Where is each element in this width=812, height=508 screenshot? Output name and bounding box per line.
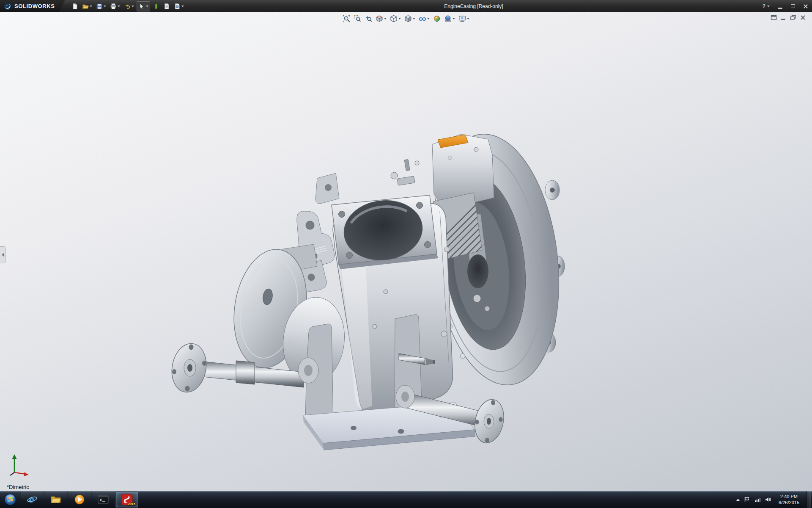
print-icon (110, 3, 117, 10)
rebuild-button[interactable] (151, 1, 161, 11)
help-button[interactable]: ? (758, 3, 774, 9)
feature-panel-tab[interactable] (0, 246, 5, 263)
edit-appearance-icon (433, 15, 441, 22)
windows-start-icon (3, 493, 17, 506)
solidworks-version-badge: 2015 (128, 502, 135, 506)
brand-name: SOLIDWORKS (14, 3, 55, 9)
hide-show-items-button[interactable] (417, 14, 431, 23)
zoom-to-fit-button[interactable] (341, 14, 351, 23)
taskbar-internet-explorer[interactable]: e (21, 491, 44, 508)
undo-icon (124, 3, 131, 10)
network-button[interactable] (754, 496, 761, 503)
taskbar-solidworks-2015[interactable]: 2015 (115, 491, 138, 508)
taskbar-media-player[interactable] (68, 491, 91, 508)
window-controls: ? (758, 0, 812, 12)
start-button[interactable] (0, 491, 20, 508)
taskbar-file-explorer[interactable] (44, 491, 67, 508)
dropdown-caret (181, 6, 184, 7)
left-bearing-boss[interactable] (298, 358, 318, 383)
action-center-button[interactable] (743, 496, 750, 503)
dropdown-caret (384, 18, 387, 19)
dropdown-caret (413, 18, 415, 19)
save-button[interactable] (95, 1, 107, 11)
svg-text:e: e (28, 494, 34, 505)
intake-flange[interactable] (332, 195, 438, 269)
print-button[interactable] (109, 1, 121, 11)
heads-up-view-toolbar (341, 14, 471, 23)
zoom-to-area-button[interactable] (352, 14, 362, 23)
select-cursor-icon (138, 3, 145, 10)
taskbar-command-prompt[interactable] (92, 491, 115, 508)
chevron-up-icon (736, 499, 740, 501)
view-settings-icon (458, 15, 466, 22)
open-folder-icon (82, 3, 89, 10)
maximize-icon (791, 4, 795, 8)
main-toolbar (70, 1, 185, 11)
select-tool-button[interactable] (137, 1, 150, 11)
carb-linkage[interactable] (391, 159, 419, 185)
edit-appearance-button[interactable] (432, 14, 442, 23)
chevron-left-icon (2, 253, 4, 257)
graphics-area[interactable]: *Dimetric (0, 12, 812, 491)
folder-icon (50, 495, 61, 504)
view-settings-button[interactable] (457, 14, 471, 23)
close-icon (803, 4, 808, 9)
minimize-button[interactable] (774, 0, 787, 12)
section-view-button[interactable] (374, 14, 388, 23)
taskbar: e (0, 491, 812, 508)
media-player-icon (74, 494, 85, 505)
file-properties-icon (163, 3, 170, 10)
minimize-document-button[interactable] (780, 15, 787, 20)
dropdown-caret (90, 6, 92, 7)
flag-icon (743, 496, 750, 503)
dropdown-caret (146, 6, 148, 7)
volume-button[interactable] (765, 496, 771, 503)
file-properties-button[interactable] (162, 1, 171, 11)
view-orientation-icon (390, 15, 398, 22)
engine-casing-model[interactable] (0, 12, 812, 491)
solidworks-logo: SOLIDWORKS (0, 0, 65, 12)
dropdown-caret (767, 6, 770, 7)
command-prompt-icon (98, 494, 109, 505)
apply-scene-button[interactable] (443, 14, 456, 23)
right-bearing-boss[interactable] (396, 385, 414, 408)
new-window-button[interactable] (771, 15, 777, 20)
rebuild-icon (153, 3, 159, 10)
show-desktop-button[interactable] (807, 491, 811, 508)
upper-lug[interactable] (315, 173, 339, 204)
save-icon (96, 3, 103, 10)
document-window-controls (771, 15, 806, 20)
new-window-icon (771, 15, 777, 20)
close-document-button[interactable] (800, 15, 806, 20)
orientation-triad (8, 453, 30, 478)
taskbar-clock[interactable]: 2:40 PM 6/26/2015 (775, 494, 803, 505)
restore-document-button[interactable] (790, 15, 796, 20)
section-view-icon (376, 15, 383, 22)
display-style-icon (404, 15, 412, 22)
close-document-icon (800, 15, 806, 20)
previous-view-button[interactable] (363, 14, 373, 23)
network-icon (754, 496, 761, 503)
clock-time: 2:40 PM (780, 494, 798, 500)
view-orientation-button[interactable] (389, 14, 402, 23)
dropdown-caret (427, 18, 430, 19)
display-style-button[interactable] (403, 14, 417, 23)
dropdown-caret (453, 18, 455, 19)
dropdown-caret (398, 18, 401, 19)
help-label: ? (763, 3, 765, 9)
internet-explorer-icon: e (27, 494, 38, 505)
show-hidden-icons-button[interactable] (736, 499, 740, 501)
system-tray: 2:40 PM 6/26/2015 (736, 491, 812, 508)
open-file-button[interactable] (81, 1, 93, 11)
titlebar: SOLIDWORKS (0, 0, 812, 12)
close-button[interactable] (799, 0, 812, 12)
screen: SOLIDWORKS (0, 0, 812, 508)
minimize-icon (778, 8, 782, 9)
options-button[interactable] (173, 1, 185, 11)
3ds-logo-icon (3, 2, 12, 11)
dropdown-caret (104, 6, 106, 7)
new-file-button[interactable] (70, 1, 80, 11)
maximize-button[interactable] (787, 0, 799, 12)
volume-icon (765, 496, 771, 503)
undo-button[interactable] (123, 1, 135, 11)
